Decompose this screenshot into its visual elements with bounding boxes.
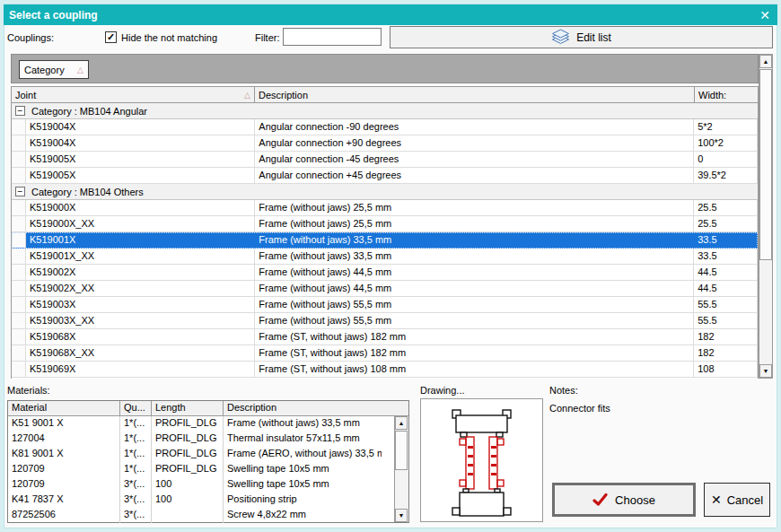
sort-ascending-icon: △ <box>77 65 83 74</box>
joint-cell: K519005X <box>26 168 255 184</box>
scrollbar-thumb[interactable] <box>395 431 408 470</box>
scroll-down-icon[interactable]: ▼ <box>759 364 772 378</box>
edit-list-button[interactable]: Edit list <box>390 26 773 48</box>
joint-cell: K519003X_XX <box>26 313 255 329</box>
width-cell: 55.5 <box>694 313 758 329</box>
red-check-icon <box>592 493 608 507</box>
description-cell: Frame (without jaws) 33,5 mm <box>255 232 694 249</box>
title-bar[interactable]: Select a coupling ✕ <box>4 4 777 25</box>
material-cell: 1*(... <box>120 432 152 447</box>
x-icon: ✕ <box>711 493 722 507</box>
sort-ascending-icon: △ <box>244 91 250 100</box>
group-row[interactable]: −Category : MB104 Others <box>12 184 758 200</box>
description-cell: Angular connection -45 degrees <box>255 152 694 168</box>
description-cell: Frame (without jaws) 44,5 mm <box>255 265 694 281</box>
width-cell: 0 <box>694 152 758 168</box>
table-row[interactable]: K519003X_XXFrame (without jaws) 55,5 mm5… <box>12 313 758 329</box>
material-cell: 3*(... <box>120 477 152 493</box>
joint-cell: K519068X <box>26 329 255 345</box>
materials-vertical-scrollbar[interactable]: ▲ ▼ <box>394 416 408 522</box>
material-row[interactable]: 1207093*(...100Swelling tape 10x5 mm <box>8 477 408 493</box>
table-row[interactable]: K519068XFrame (ST, without jaws) 182 mm1… <box>12 329 758 345</box>
material-row[interactable]: K51 9001 X1*(...PROFIL_DLGFrame (without… <box>8 416 408 432</box>
layers-icon <box>551 29 570 46</box>
group-by-panel: Category △ <box>11 54 759 83</box>
table-row[interactable]: K519000XFrame (without jaws) 25,5 mm25.5 <box>12 200 758 216</box>
cancel-button[interactable]: ✕ Cancel <box>704 483 770 517</box>
coupling-cross-section-drawing <box>421 399 542 521</box>
material-row[interactable]: 872525063*(...Screw 4,8x22 mm <box>8 508 408 523</box>
hide-not-matching-checkbox[interactable]: ✓ <box>105 31 117 43</box>
material-cell: Frame (AERO, without jaws) 33,5 mm <box>224 447 382 462</box>
table-row[interactable]: K519001X_XXFrame (without jaws) 33,5 mm3… <box>12 249 758 265</box>
scroll-up-icon[interactable]: ▲ <box>395 416 408 430</box>
materials-header-length[interactable]: Length <box>152 401 224 416</box>
collapse-icon[interactable]: − <box>15 187 25 196</box>
description-cell: Frame (without jaws) 55,5 mm <box>255 313 694 329</box>
scroll-up-icon[interactable]: ▲ <box>759 55 772 68</box>
table-row[interactable]: K519005XAngular connection +45 degrees39… <box>12 168 758 184</box>
table-row[interactable]: K519004XAngular connection +90 degrees10… <box>12 135 758 152</box>
material-cell: 3*(... <box>120 493 152 508</box>
table-row[interactable]: K519002X_XXFrame (without jaws) 44,5 mm4… <box>12 281 758 297</box>
description-cell: Frame (without jaws) 33,5 mm <box>255 249 694 265</box>
column-header-width[interactable]: Width: <box>695 86 759 103</box>
table-row[interactable]: K519069XFrame (ST, without jaws) 108 mm1… <box>12 362 758 378</box>
width-cell: 44.5 <box>694 265 758 281</box>
joint-cell: K519002X_XX <box>26 281 255 297</box>
choose-button[interactable]: Choose <box>552 483 696 517</box>
materials-header-material[interactable]: Material <box>8 401 120 416</box>
material-row[interactable]: 1207091*(...PROFIL_DLGSwelling tape 10x5… <box>8 462 408 477</box>
material-cell: 127004 <box>8 432 120 447</box>
table-row[interactable]: K519000X_XXFrame (without jaws) 25,5 mm2… <box>12 216 758 232</box>
material-row[interactable]: 1270041*(...PROFIL_DLGThermal insulator … <box>8 432 408 447</box>
group-row[interactable]: −Category : MB104 Angular <box>12 103 758 119</box>
group-by-category-button[interactable]: Category △ <box>19 60 89 79</box>
row-indent <box>12 249 26 265</box>
width-cell: 25.5 <box>694 216 758 232</box>
row-indent <box>12 232 26 249</box>
materials-header-quantity[interactable]: Qu... <box>120 401 152 416</box>
table-row[interactable]: K519068X_XXFrame (ST, without jaws) 182 … <box>12 345 758 362</box>
group-label: Category : MB104 Angular <box>31 106 147 117</box>
material-cell: Screw 4,8x22 mm <box>224 508 382 523</box>
scrollbar-thumb[interactable] <box>759 69 772 260</box>
close-icon[interactable]: ✕ <box>759 9 770 22</box>
notes-text: Connector fits <box>549 403 610 414</box>
table-row[interactable]: K519005XAngular connection -45 degrees0 <box>12 152 758 168</box>
materials-header-description[interactable]: Description <box>224 401 408 416</box>
joint-cell: K519069X <box>26 362 255 378</box>
filter-label: Filter: <box>255 32 280 43</box>
row-indent <box>12 200 26 216</box>
table-row[interactable]: K519003XFrame (without jaws) 55,5 mm55.5 <box>12 297 758 313</box>
column-header-description[interactable]: Description <box>255 86 695 103</box>
grid-vertical-scrollbar[interactable]: ▲ ▼ <box>759 54 773 379</box>
material-cell: 100 <box>152 477 224 493</box>
material-row[interactable]: K81 9001 X1*(...PROFIL_DLGFrame (AERO, w… <box>8 447 408 462</box>
joint-cell: K519002X <box>26 265 255 281</box>
description-cell: Frame (without jaws) 55,5 mm <box>255 297 694 313</box>
material-cell: 1*(... <box>120 447 152 462</box>
column-header-joint[interactable]: Joint △ <box>11 86 255 103</box>
table-row[interactable]: K519004XAngular connection -90 degrees5*… <box>12 119 758 135</box>
joint-cell: K519004X <box>26 135 255 152</box>
material-cell: PROFIL_DLG <box>152 462 224 477</box>
materials-label: Materials: <box>7 385 50 396</box>
table-row[interactable]: K519001XFrame (without jaws) 33,5 mm33.5 <box>12 232 758 249</box>
description-cell: Frame (without jaws) 25,5 mm <box>255 216 694 232</box>
collapse-icon[interactable]: − <box>15 106 25 116</box>
notes-label: Notes: <box>549 385 578 396</box>
filter-input[interactable] <box>283 28 382 46</box>
table-row[interactable]: K519002XFrame (without jaws) 44,5 mm44.5 <box>12 265 758 281</box>
joint-cell: K519001X <box>26 232 255 249</box>
row-indent <box>12 345 26 362</box>
material-cell: 120709 <box>8 462 120 477</box>
scroll-down-icon[interactable]: ▼ <box>395 509 408 522</box>
materials-table: Material Qu... Length Description K51 90… <box>7 400 409 523</box>
edit-list-label: Edit list <box>576 31 611 44</box>
material-row[interactable]: K41 7837 X3*(...100Positioning strip <box>8 493 408 508</box>
hide-not-matching-label[interactable]: Hide the not matching <box>121 32 217 43</box>
row-indent <box>12 119 26 135</box>
description-cell: Frame (ST, without jaws) 182 mm <box>255 329 694 345</box>
width-cell: 108 <box>694 362 758 378</box>
